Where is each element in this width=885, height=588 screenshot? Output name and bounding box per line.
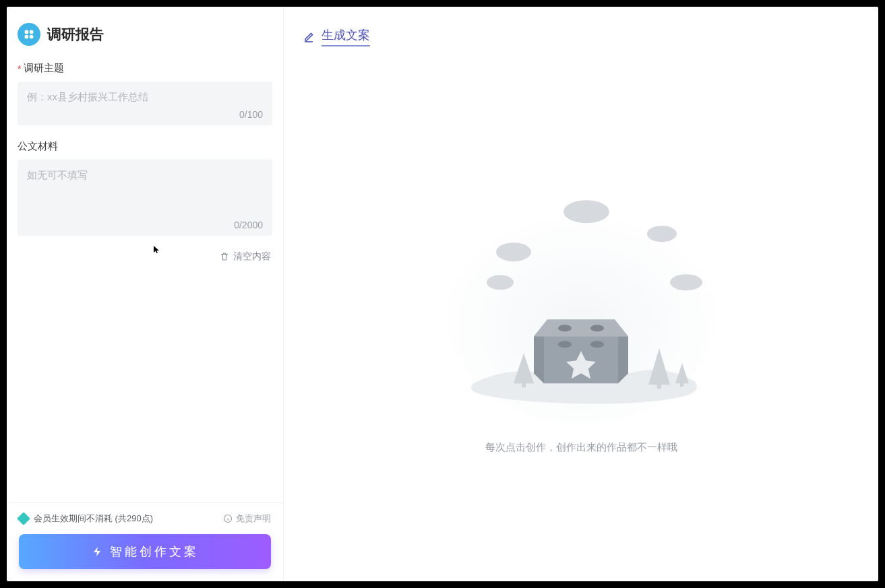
clear-button[interactable]: 清空内容 [18,251,272,263]
material-label-row: 公文材料 [18,140,272,153]
svg-point-8 [563,200,609,223]
svg-point-6 [496,242,531,261]
generate-text-label: 生成文案 [322,27,370,46]
svg-point-17 [558,341,572,348]
page-title: 调研报告 [47,25,104,44]
material-counter: 0/2000 [27,220,263,230]
svg-point-15 [558,325,572,331]
svg-point-3 [30,35,34,39]
svg-point-2 [25,35,29,39]
generate-text-action[interactable]: 生成文案 [303,27,859,46]
svg-point-10 [670,274,702,290]
lightning-icon [91,546,103,558]
disclaimer-label: 免责声明 [236,513,271,525]
generate-label: 智能创作文案 [110,544,199,560]
form-area: 调研报告 * 调研主题 0/100 公文材料 0/2000 [7,7,283,502]
generate-button[interactable]: 智能创作文案 [19,534,271,569]
svg-rect-11 [522,381,526,387]
material-input[interactable] [27,168,263,214]
svg-point-1 [30,30,34,34]
topic-label-row: * 调研主题 [18,62,272,75]
empty-state: 每次点击创作，创作出来的作品都不一样哦 [406,181,756,454]
svg-rect-13 [680,381,683,387]
trash-icon [220,252,229,261]
material-field[interactable]: 0/2000 [18,160,272,236]
diamond-icon [17,512,30,525]
left-panel: 调研报告 * 调研主题 0/100 公文材料 0/2000 [7,7,284,581]
material-label: 公文材料 [18,140,58,153]
disclaimer-link[interactable]: 免责声明 [223,513,271,525]
empty-text: 每次点击创作，创作出来的作品都不一样哦 [406,441,756,454]
svg-point-9 [647,226,677,242]
app-logo-icon [18,23,40,46]
clear-label: 清空内容 [233,251,271,263]
topic-label: 调研主题 [24,62,64,75]
required-asterisk: * [18,63,21,74]
footer-info: 会员生效期间不消耗 (共290点) 免责声明 [19,513,271,525]
pencil-icon [303,31,315,43]
info-icon [223,514,233,523]
app-window: 调研报告 * 调研主题 0/100 公文材料 0/2000 [7,7,878,581]
topic-counter: 0/100 [27,109,263,120]
right-panel: 生成文案 [284,7,878,581]
svg-point-16 [590,325,604,331]
title-row: 调研报告 [18,18,272,62]
topic-field[interactable]: 0/100 [18,81,272,125]
svg-point-7 [487,275,514,290]
topic-input[interactable] [27,90,263,105]
footer: 会员生效期间不消耗 (共290点) 免责声明 智能创作文案 [7,502,283,581]
empty-illustration [433,181,729,424]
svg-point-18 [590,341,604,348]
svg-rect-12 [657,382,661,389]
membership-text: 会员生效期间不消耗 (共290点) [34,513,153,525]
svg-point-0 [25,30,29,34]
membership-info: 会员生效期间不消耗 (共290点) [19,513,153,525]
